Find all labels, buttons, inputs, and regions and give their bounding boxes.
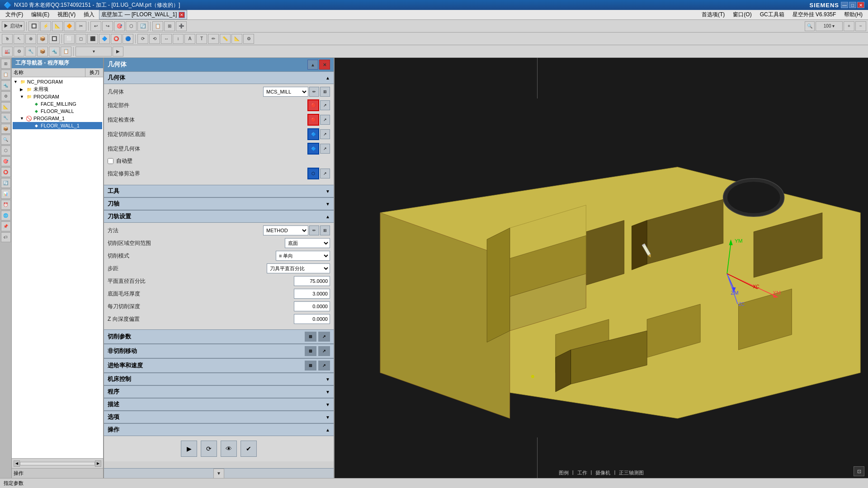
viewport[interactable]: YM ZM ZC XM XC [335, 58, 868, 478]
tb2-b21[interactable]: ⚙ [243, 34, 254, 44]
close-button[interactable]: ✕ [857, 2, 864, 8]
fit-btn[interactable]: ⊡ [854, 466, 864, 476]
menu-insert[interactable]: 插入 [80, 10, 98, 19]
specify-part-btn2[interactable]: ↗ [320, 100, 330, 110]
tb1-b5[interactable]: ✂ [75, 21, 86, 31]
section-non-cut[interactable]: 非切削移动 ⊞ ↗ [104, 344, 334, 358]
geometry-edit-btn[interactable]: ✏ [309, 87, 319, 97]
start-btn[interactable]: ▶ 启动▾ [2, 21, 24, 31]
tb2-b9[interactable]: 🔷 [99, 34, 110, 44]
specify-check-btn2[interactable]: ↗ [320, 115, 330, 125]
replay-btn[interactable]: ⟳ [201, 441, 217, 457]
section-options[interactable]: 选项 ▼ [104, 411, 334, 423]
tb3-combo[interactable]: ▾ [75, 47, 112, 56]
specify-check-btn1[interactable]: 🔴 [307, 114, 319, 126]
tb3-b2[interactable]: ⚙ [14, 47, 24, 56]
tb2-b4[interactable]: 📦 [37, 34, 48, 44]
tb2-b3[interactable]: ⊕ [25, 34, 36, 44]
section-cut-params[interactable]: 切削参数 ⊞ ↗ [104, 329, 334, 344]
flat-diam-input[interactable] [294, 276, 330, 286]
tb2-b10[interactable]: ⭕ [111, 34, 122, 44]
tb2-b20[interactable]: 📐 [231, 34, 242, 44]
tb2-b14[interactable]: ↔ [161, 34, 172, 44]
section-desc[interactable]: 描述 ▼ [104, 398, 334, 411]
generate-btn[interactable]: ▶ [181, 441, 197, 457]
nav-right[interactable]: ▶ [95, 460, 101, 467]
floor-stock-input[interactable] [294, 289, 330, 299]
tb3-b4[interactable]: 📦 [37, 47, 48, 56]
non-cut-btn[interactable]: ⊞ [305, 346, 316, 356]
tb2-b13[interactable]: ⟲ [149, 34, 160, 44]
side-icon-3[interactable]: 🔩 [1, 80, 11, 90]
tb1-b13[interactable]: ➕ [176, 21, 187, 31]
tb1-b6[interactable]: ↩ [90, 21, 101, 31]
section-tool[interactable]: 工具 ▼ [104, 185, 334, 197]
tb2-b11[interactable]: 🔵 [123, 34, 133, 44]
tb1-zoom-combo[interactable]: 100 ▾ [816, 21, 843, 31]
cut-params-btn[interactable]: ⊞ [305, 332, 316, 342]
geometry-more-btn[interactable]: ⊞ [320, 87, 330, 97]
section-axis[interactable]: 刀轴 ▼ [104, 197, 334, 210]
section-geometry[interactable]: 几何体 ▲ [104, 71, 334, 84]
tb1-zoomin[interactable]: + [844, 21, 854, 31]
side-icon-1[interactable]: ⊞ [1, 59, 11, 69]
tree-unused[interactable]: ▶ 📁 未用项 [13, 85, 102, 93]
tb3-b5[interactable]: 🔩 [49, 47, 60, 56]
side-icon-8[interactable]: 🔍 [1, 135, 11, 145]
non-cut-arrow-btn[interactable]: ↗ [318, 346, 330, 356]
tb3-b3[interactable]: 🔧 [25, 47, 36, 56]
side-icon-5[interactable]: 📐 [1, 102, 11, 112]
show-btn[interactable]: 👁 [221, 441, 237, 457]
side-icon-17[interactable]: 🏷 [1, 232, 11, 242]
step-select[interactable]: 刀具平直百分比 [267, 263, 330, 273]
dialog-menu-close[interactable]: ✕ [179, 12, 185, 18]
per-cut-input[interactable] [294, 301, 330, 311]
side-icon-13[interactable]: 📊 [1, 189, 11, 199]
tb2-b17[interactable]: T [196, 34, 207, 44]
tree-program[interactable]: ▼ 📁 PROGRAM [13, 93, 102, 100]
z-offset-input[interactable] [294, 314, 330, 324]
tb1-b12[interactable]: ⊞ [164, 21, 175, 31]
tb1-b9[interactable]: ⬡ [126, 21, 137, 31]
tb2-b5[interactable]: 🔲 [49, 34, 60, 44]
side-icon-2[interactable]: 📋 [1, 70, 11, 80]
method-select[interactable]: METHOD [263, 225, 308, 235]
tb2-b16[interactable]: A [184, 34, 195, 44]
nav-left[interactable]: ◀ [14, 460, 20, 467]
tb1-b10[interactable]: 🔄 [137, 21, 148, 31]
tb3-b1[interactable]: 🏭 [2, 47, 13, 56]
specify-wall-btn1[interactable]: 🔷 [307, 143, 319, 155]
cut-params-arrow-btn[interactable]: ↗ [318, 332, 330, 342]
specify-cut-floor-btn2[interactable]: ↗ [320, 129, 330, 139]
side-icon-15[interactable]: 🌐 [1, 211, 11, 221]
tb2-b15[interactable]: ↕ [173, 34, 184, 44]
specify-wall-btn2[interactable]: ↗ [320, 144, 330, 154]
tb1-b1[interactable]: 🔲 [28, 21, 39, 31]
tb2-b7[interactable]: ◻ [75, 34, 86, 44]
minimize-button[interactable]: — [841, 2, 848, 8]
dialog-scroll-down-btn[interactable]: ▼ [213, 469, 224, 479]
side-icon-10[interactable]: 🎯 [1, 156, 11, 166]
cut-region-select[interactable]: 底面 [285, 238, 330, 248]
section-ops[interactable]: 操作 ▲ [104, 423, 334, 436]
tree-nc-program[interactable]: ▼ 📁 NC_PROGRAM [13, 78, 102, 85]
tb2-b2[interactable]: ↖ [14, 34, 24, 44]
side-icon-12[interactable]: 🔄 [1, 178, 11, 188]
side-icon-4[interactable]: ⚙ [1, 91, 11, 101]
tb2-b6[interactable]: ⬜ [64, 34, 75, 44]
feed-arrow-btn[interactable]: ↗ [318, 361, 330, 371]
side-icon-11[interactable]: ⭕ [1, 167, 11, 177]
section-machine[interactable]: 刀轨设置 ▲ [104, 210, 334, 223]
maximize-button[interactable]: □ [849, 2, 856, 8]
tb1-b3[interactable]: 📐 [52, 21, 63, 31]
tb1-b7[interactable]: ↪ [102, 21, 113, 31]
tb1-b2[interactable]: ⚡ [40, 21, 51, 31]
tree-face-milling[interactable]: ◆ FACE_MILLING [13, 100, 102, 108]
method-more-btn[interactable]: ⊞ [320, 225, 330, 235]
menu-gc-tools[interactable]: GC工具箱 [756, 10, 788, 19]
dialog-close-btn[interactable]: ✕ [319, 60, 330, 70]
tb1-b8[interactable]: 🎯 [114, 21, 125, 31]
menu-window[interactable]: 窗口(O) [729, 10, 755, 19]
tb2-b8[interactable]: ⬛ [87, 34, 98, 44]
section-program[interactable]: 程序 ▼ [104, 385, 334, 398]
